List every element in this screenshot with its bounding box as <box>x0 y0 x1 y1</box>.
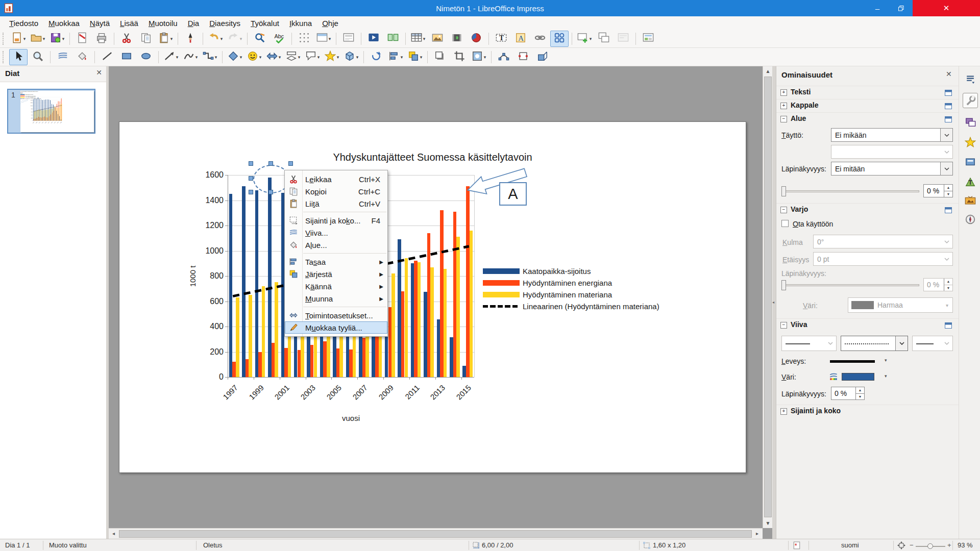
menu-muotoilu[interactable]: Muotoilu <box>143 18 183 29</box>
arrange-objects-button[interactable]: ▾ <box>406 49 424 65</box>
minimize-button[interactable]: – <box>866 0 889 16</box>
ellipse-button[interactable] <box>137 49 155 65</box>
dropdown-arrow-icon[interactable]: ▾ <box>337 55 339 60</box>
selection-handle[interactable] <box>249 176 253 181</box>
dropdown-arrow-icon[interactable]: ▾ <box>420 55 423 60</box>
expand-icon[interactable]: + <box>780 408 787 415</box>
fill-type-dropdown[interactable]: Ei mikään <box>831 128 953 142</box>
dropdown-arrow-icon[interactable]: ▾ <box>401 55 403 60</box>
transparency-type-dropdown[interactable]: Ei mitään <box>831 162 953 176</box>
undo-button[interactable]: ▾ <box>206 31 225 47</box>
chevron-down-icon[interactable] <box>940 162 952 175</box>
area-transparency-slider[interactable] <box>781 190 919 192</box>
sidebar-tab-gallery[interactable] <box>963 193 978 208</box>
restore-button[interactable] <box>889 0 913 16</box>
menu-ikkuna[interactable]: Ikkuna <box>284 18 317 29</box>
line-color-swatch[interactable] <box>842 373 874 381</box>
spin-up-icon[interactable]: ▲ <box>944 185 952 191</box>
copy-button[interactable] <box>137 31 155 47</box>
chart-object[interactable]: 0200400600800100012001400160019971999200… <box>119 122 746 472</box>
insert-textbox-button[interactable]: T <box>492 31 510 47</box>
symbol-shapes-button[interactable]: ▾ <box>245 49 263 65</box>
document-modified-icon[interactable]: * <box>793 541 800 549</box>
section-varjo[interactable]: − Varjo <box>776 203 959 217</box>
toolbar-drag-handle[interactable] <box>3 51 7 63</box>
dropdown-arrow-icon[interactable]: ▾ <box>356 55 359 60</box>
horizontal-scroll-thumb[interactable] <box>119 530 752 538</box>
block-arrows-button[interactable]: ▾ <box>264 49 283 65</box>
spin-down-icon[interactable]: ▼ <box>856 393 864 400</box>
open-button[interactable]: ▾ <box>29 31 47 47</box>
insert-media-button[interactable] <box>448 31 466 47</box>
close-button[interactable]: ✕ <box>913 0 980 16</box>
select-button[interactable] <box>9 49 28 65</box>
points-button[interactable] <box>495 49 513 65</box>
selection-handle[interactable] <box>268 190 273 194</box>
spin-down-icon[interactable]: ▼ <box>944 191 952 197</box>
zoom-pan-button[interactable] <box>29 49 47 65</box>
callout-a-box[interactable]: A <box>499 182 527 206</box>
dropdown-arrow-icon[interactable]: ▾ <box>195 55 198 60</box>
slide-thumbnail-content[interactable]: 0200400600800100012001400160019971999200… <box>20 91 94 132</box>
duplicate-slide-button[interactable] <box>595 31 613 47</box>
sidebar-tab-properties[interactable] <box>963 93 978 108</box>
start-slideshow-button[interactable] <box>364 31 383 47</box>
dialog-launcher-icon[interactable] <box>945 89 952 97</box>
dropdown-arrow-icon[interactable]: ▾ <box>43 36 45 41</box>
context-menu-item-liit[interactable]: LiitäCtrl+V <box>285 197 387 210</box>
dropdown-arrow-icon[interactable]: ▾ <box>220 36 223 41</box>
slide-canvas[interactable]: 0200400600800100012001400160019971999200… <box>119 121 746 473</box>
section-viiva[interactable]: − Viiva <box>776 318 959 332</box>
shadow-enable-checkbox[interactable] <box>781 220 789 227</box>
display-views-button[interactable]: ▾ <box>314 31 333 47</box>
insert-line-button[interactable] <box>98 49 116 65</box>
insert-image-button[interactable] <box>428 31 447 47</box>
section-sijainti-ja-koko[interactable]: + Sijainti ja koko <box>776 405 959 418</box>
new-presentation-button[interactable]: ▾ <box>9 31 28 47</box>
context-menu-item-tasaa[interactable]: Tasaa▶ <box>285 256 387 268</box>
dropdown-arrow-icon[interactable]: ▾ <box>170 36 173 41</box>
spin-up-icon[interactable]: ▲ <box>856 387 864 393</box>
sidebar-tab-master-slides[interactable] <box>963 155 978 170</box>
dropdown-arrow-icon[interactable]: ▾ <box>62 36 65 41</box>
slide-layout-button[interactable] <box>639 31 657 47</box>
insert-hyperlink-button[interactable] <box>531 31 549 47</box>
insert-table-button[interactable]: ▾ <box>409 31 427 47</box>
slider-thumb[interactable] <box>781 186 786 196</box>
chevron-down-icon[interactable] <box>940 129 952 141</box>
save-button[interactable]: ▾ <box>48 31 66 47</box>
scroll-right-icon[interactable]: ▸ <box>752 529 762 539</box>
zoom-slider-thumb[interactable] <box>927 543 933 549</box>
dual-display-button[interactable] <box>384 31 402 47</box>
spinner-buttons[interactable]: ▲▼ <box>855 387 864 399</box>
dialog-launcher-icon[interactable] <box>945 102 952 111</box>
clone-formatting-button[interactable] <box>181 31 200 47</box>
dialog-launcher-icon[interactable] <box>945 321 952 330</box>
rectangle-button[interactable] <box>117 49 136 65</box>
context-menu-item-toimintoasetukset[interactable]: Toimintoasetukset... <box>285 309 387 321</box>
menu-dia[interactable]: Dia <box>183 18 205 29</box>
3d-objects-button[interactable]: ▾ <box>342 49 360 65</box>
toolbar-drag-handle[interactable] <box>3 33 7 45</box>
basic-shapes-button[interactable]: ▾ <box>226 49 244 65</box>
collapse-icon[interactable]: − <box>780 116 787 122</box>
line-width-dropdown-icon[interactable]: ▾ <box>885 358 887 363</box>
menu-muokkaa[interactable]: Muokkaa <box>43 18 85 29</box>
sidebar-collapse-icon[interactable]: ◂ <box>772 295 776 310</box>
context-menu-item-kopioi[interactable]: KopioiCtrl+C <box>285 185 387 197</box>
zoom-percent[interactable]: 93 % <box>958 541 973 549</box>
zoom-out-icon[interactable]: − <box>910 541 914 549</box>
snap-guides-button[interactable] <box>550 31 569 47</box>
sidebar-tab-sidebar-settings[interactable] <box>963 71 978 87</box>
dropdown-arrow-icon[interactable]: ▾ <box>298 55 301 60</box>
line-transparency-spinner[interactable]: 0 % ▲▼ <box>831 387 865 400</box>
sidebar-tab-navigator[interactable] <box>963 212 978 227</box>
menu-lis[interactable]: Lisää <box>115 18 143 29</box>
line-width-preview[interactable] <box>830 360 875 363</box>
stars-banners-button[interactable]: ▾ <box>323 49 341 65</box>
context-menu-item-k-nn[interactable]: Käännä▶ <box>285 280 387 292</box>
dropdown-arrow-icon[interactable]: ▾ <box>423 36 426 41</box>
slides-panel-close-icon[interactable]: ✕ <box>96 68 102 77</box>
dropdown-arrow-icon[interactable]: ▾ <box>215 55 217 60</box>
sidebar-close-icon[interactable]: ✕ <box>946 70 952 78</box>
